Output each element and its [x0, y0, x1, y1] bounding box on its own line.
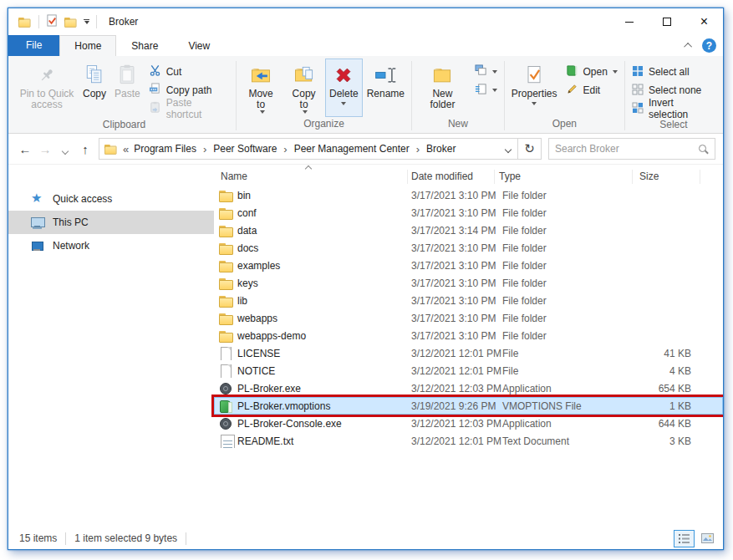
breadcrumb-segment[interactable]: Broker [425, 143, 457, 155]
file-name: README.txt [237, 435, 293, 447]
close-button[interactable]: × [685, 8, 723, 35]
file-row[interactable]: conf 3/17/2021 3:10 PM File folder [214, 204, 723, 221]
file-type: Application [495, 383, 633, 395]
app-folder-icon [18, 16, 30, 28]
column-header-size[interactable]: Size [633, 170, 700, 184]
file-date-modified: 3/17/2021 3:10 PM [408, 260, 495, 272]
move-to-icon [249, 61, 272, 89]
refresh-button[interactable]: ↻ [518, 138, 542, 160]
pin-to-quick-access-button[interactable]: Pin to Quick access [15, 59, 79, 118]
ribbon-tab[interactable]: Share [116, 35, 173, 56]
file-row[interactable]: bin 3/17/2021 3:10 PM File folder [214, 186, 723, 204]
breadcrumb-separator: › [198, 143, 211, 155]
details-view-button[interactable] [674, 530, 695, 547]
file-date-modified: 3/17/2021 3:10 PM [408, 190, 495, 201]
file-size: 1 KB [633, 400, 696, 412]
minimize-button[interactable] [610, 8, 648, 35]
tab-file[interactable]: File [8, 35, 59, 56]
file-row[interactable]: docs 3/17/2021 3:10 PM File folder [214, 239, 723, 257]
file-row[interactable]: lib 3/17/2021 3:10 PM File folder [214, 292, 723, 309]
file-row[interactable]: data 3/17/2021 3:14 PM File folder [214, 221, 723, 239]
address-dropdown-icon[interactable] [506, 143, 511, 155]
file-row[interactable]: NOTICE 3/12/2021 12:01 PM File 4 KB [214, 362, 723, 379]
new-folder-icon [430, 61, 454, 89]
breadcrumb-segment[interactable]: Peer Management Center [293, 143, 411, 155]
easy-access-button[interactable] [471, 81, 501, 99]
sidebar-item[interactable]: Network [8, 234, 214, 257]
delete-icon [332, 61, 355, 89]
breadcrumb-segment[interactable]: Peer Software [211, 143, 278, 155]
file-row[interactable]: keys 3/17/2021 3:10 PM File folder [214, 274, 723, 292]
ribbon-tab[interactable]: Home [59, 35, 116, 56]
file-list: Name Date modified Type Size bin 3/17/20… [214, 165, 723, 527]
ribbon-tab[interactable]: View [173, 35, 225, 56]
copy-to-button[interactable]: Copy to [283, 59, 325, 117]
select-all-button[interactable]: Select all [628, 63, 720, 81]
column-header-date[interactable]: Date modified [408, 170, 495, 184]
open-button[interactable]: Open [562, 63, 622, 81]
file-name: LICENSE [237, 348, 280, 359]
file-row[interactable]: webapps 3/17/2021 3:10 PM File folder [214, 309, 723, 327]
column-header-type[interactable]: Type [495, 170, 633, 184]
file-row[interactable]: webapps-demo 3/17/2021 3:10 PM File fold… [214, 327, 723, 344]
delete-button[interactable]: Delete [325, 59, 363, 117]
file-row[interactable]: PL-Broker.vmoptions 3/19/2021 9:26 PM VM… [214, 397, 723, 415]
sidebar-item-icon [31, 216, 44, 229]
collapse-ribbon-icon[interactable] [684, 43, 692, 51]
large-icons-view-button[interactable] [697, 530, 718, 547]
breadcrumb-segment[interactable]: Program Files [132, 143, 198, 155]
file-name: keys [237, 277, 258, 289]
rename-button[interactable]: Rename [363, 59, 409, 117]
sidebar-item-icon [31, 192, 44, 206]
new-folder-button[interactable]: New folder [415, 59, 471, 117]
group-label-organize: Organize [239, 117, 409, 133]
sidebar-item[interactable]: This PC [8, 211, 214, 234]
open-icon [566, 64, 578, 79]
paste-shortcut-button[interactable]: Paste shortcut [145, 99, 233, 118]
file-row[interactable]: PL-Broker.exe 3/12/2021 12:03 PM Applica… [214, 379, 723, 397]
breadcrumb-overflow[interactable]: « [123, 143, 129, 155]
ribbon-group-select: Select all Select none Invert selection [628, 59, 720, 133]
column-header-name[interactable]: Name [214, 170, 408, 184]
up-button[interactable]: ↑ [75, 142, 95, 156]
minimize-icon [625, 22, 634, 23]
forward-button[interactable]: → [35, 142, 55, 156]
edit-button[interactable]: Edit [562, 81, 622, 99]
qat-new-folder-icon[interactable] [64, 16, 76, 28]
qat-customize-dropdown[interactable] [84, 19, 89, 24]
file-row[interactable]: PL-Broker-Console.exe 3/12/2021 12:03 PM… [214, 415, 723, 432]
properties-button[interactable]: Properties [507, 59, 562, 117]
file-date-modified: 3/17/2021 3:10 PM [408, 313, 495, 324]
search-input[interactable] [555, 143, 698, 155]
new-item-button[interactable] [471, 63, 501, 81]
search-box [548, 138, 715, 160]
file-size: 654 KB [633, 383, 696, 395]
invert-selection-button[interactable]: Invert selection [628, 99, 720, 118]
qat-properties-icon[interactable] [46, 14, 59, 29]
file-row[interactable]: LICENSE 3/12/2021 12:01 PM File 41 KB [214, 344, 723, 362]
search-icon[interactable] [698, 144, 709, 155]
file-row[interactable]: README.txt 3/12/2021 12:01 PM Text Docum… [214, 432, 723, 450]
edit-icon [566, 83, 578, 98]
help-icon[interactable]: ? [702, 38, 716, 53]
file-type: VMOPTIONS File [495, 400, 633, 412]
breadcrumb[interactable]: « Program Files›Peer Software›Peer Manag… [99, 138, 518, 160]
easy-access-icon [475, 83, 487, 98]
maximize-button[interactable] [648, 8, 685, 35]
paste-button[interactable]: Paste [110, 59, 145, 118]
sidebar-item[interactable]: Quick access [8, 187, 214, 211]
move-to-button[interactable]: Move to [239, 59, 283, 117]
status-bar: 15 items 1 item selected 9 bytes [8, 527, 723, 549]
sidebar-item-label: Network [53, 240, 89, 252]
file-size: 644 KB [633, 418, 696, 430]
file-name: webapps [237, 313, 277, 324]
file-date-modified: 3/12/2021 12:01 PM [408, 348, 495, 359]
select-none-icon [632, 84, 644, 98]
file-type: File folder [495, 242, 633, 254]
cut-button[interactable]: Cut [145, 63, 233, 81]
recent-locations-dropdown[interactable] [55, 142, 75, 156]
file-row[interactable]: examples 3/17/2021 3:10 PM File folder [214, 257, 723, 274]
file-name: docs [237, 242, 258, 254]
back-button[interactable]: ← [15, 142, 35, 156]
copy-button[interactable]: Copy [79, 59, 110, 118]
